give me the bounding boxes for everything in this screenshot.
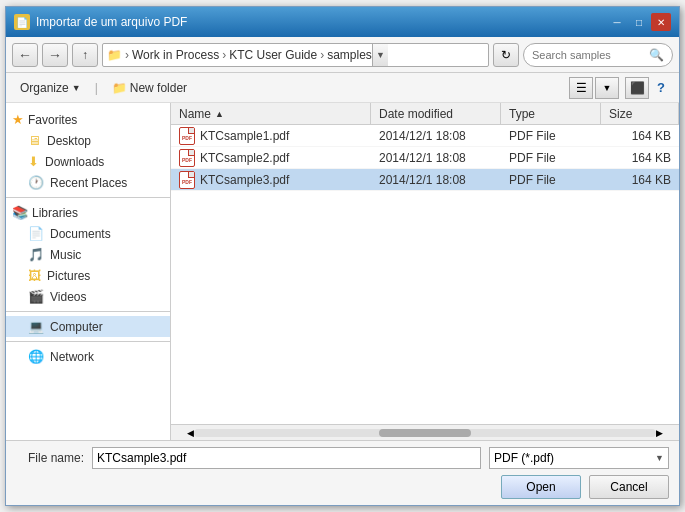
table-row[interactable]: PDF KTCsample3.pdf 2014/12/1 18:08 PDF F… <box>171 169 679 191</box>
organize-label: Organize <box>20 81 69 95</box>
cancel-button[interactable]: Cancel <box>589 475 669 499</box>
maximize-button[interactable]: □ <box>629 13 649 31</box>
sidebar-section-network: 🌐 Network <box>6 346 170 367</box>
scroll-right-button[interactable]: ▶ <box>656 428 663 438</box>
bottom-buttons: Open Cancel <box>16 475 669 499</box>
scrollbar-track[interactable] <box>194 429 656 437</box>
sidebar-section-computer: 💻 Computer <box>6 316 170 337</box>
back-icon: ← <box>18 47 32 63</box>
action-bar: Organize ▼ | 📁 New folder ☰ ▼ ⬛ ? <box>6 73 679 103</box>
scroll-left-button[interactable]: ◀ <box>187 428 194 438</box>
network-icon: 🌐 <box>28 349 44 364</box>
libraries-label: Libraries <box>32 206 78 220</box>
column-header-date[interactable]: Date modified <box>371 103 501 124</box>
new-folder-label: New folder <box>130 81 187 95</box>
dropdown-arrow-icon: ▼ <box>655 453 664 463</box>
computer-icon: 💻 <box>28 319 44 334</box>
file-list: PDF KTCsample1.pdf 2014/12/1 18:08 PDF F… <box>171 125 679 424</box>
pdf-icon: PDF <box>179 127 195 145</box>
file-date-cell: 2014/12/1 18:08 <box>371 149 501 167</box>
file-name: KTCsample3.pdf <box>200 173 289 187</box>
sidebar-item-downloads[interactable]: ⬇ Downloads <box>6 151 170 172</box>
dialog-window: 📄 Importar de um arquivo PDF ─ □ ✕ ← → ↑… <box>5 6 680 506</box>
sidebar-item-label: Desktop <box>47 134 91 148</box>
file-name-cell: PDF KTCsample3.pdf <box>171 169 371 191</box>
scrollbar-thumb[interactable] <box>379 429 471 437</box>
table-row[interactable]: PDF KTCsample2.pdf 2014/12/1 18:08 PDF F… <box>171 147 679 169</box>
file-name: KTCsample2.pdf <box>200 151 289 165</box>
downloads-icon: ⬇ <box>28 154 39 169</box>
breadcrumb-part2[interactable]: KTC User Guide <box>229 48 317 62</box>
file-type-cell: PDF File <box>501 149 601 167</box>
file-name-cell: PDF KTCsample2.pdf <box>171 147 371 169</box>
open-button[interactable]: Open <box>501 475 581 499</box>
file-type-cell: PDF File <box>501 127 601 145</box>
sidebar-item-label: Pictures <box>47 269 90 283</box>
sidebar-item-label: Computer <box>50 320 103 334</box>
sidebar-item-documents[interactable]: 📄 Documents <box>6 223 170 244</box>
sidebar-item-label: Documents <box>50 227 111 241</box>
pdf-icon: PDF <box>179 171 195 189</box>
close-button[interactable]: ✕ <box>651 13 671 31</box>
view-list-icon: ☰ <box>576 81 587 95</box>
help-button[interactable]: ? <box>651 78 671 98</box>
sidebar-libraries-header[interactable]: 📚 Libraries <box>6 202 170 223</box>
back-button[interactable]: ← <box>12 43 38 67</box>
column-header-size[interactable]: Size <box>601 103 679 124</box>
breadcrumb-icon: 📁 <box>107 48 122 62</box>
sidebar-item-network[interactable]: 🌐 Network <box>6 346 170 367</box>
sidebar-item-label: Downloads <box>45 155 104 169</box>
column-header-type[interactable]: Type <box>501 103 601 124</box>
view-button[interactable]: ☰ <box>569 77 593 99</box>
breadcrumb[interactable]: 📁 › Work in Process › KTC User Guide › s… <box>102 43 489 67</box>
sidebar-item-desktop[interactable]: 🖥 Desktop <box>6 130 170 151</box>
dialog-icon: 📄 <box>14 14 30 30</box>
new-folder-icon: 📁 <box>112 81 127 95</box>
breadcrumb-part3[interactable]: samples <box>327 48 372 62</box>
filetype-dropdown[interactable]: PDF (*.pdf) ▼ <box>489 447 669 469</box>
forward-icon: → <box>48 47 62 63</box>
sidebar-item-music[interactable]: 🎵 Music <box>6 244 170 265</box>
sidebar-item-pictures[interactable]: 🖼 Pictures <box>6 265 170 286</box>
horizontal-scrollbar[interactable]: ◀ ▶ <box>171 424 679 440</box>
file-name-cell: PDF KTCsample1.pdf <box>171 125 371 147</box>
refresh-button[interactable]: ↻ <box>493 43 519 67</box>
table-row[interactable]: PDF KTCsample1.pdf 2014/12/1 18:08 PDF F… <box>171 125 679 147</box>
file-size-cell: 164 KB <box>601 149 679 167</box>
sidebar-item-computer[interactable]: 💻 Computer <box>6 316 170 337</box>
preview-button[interactable]: ⬛ <box>625 77 649 99</box>
search-box: 🔍 <box>523 43 673 67</box>
organize-dropdown-icon: ▼ <box>72 83 81 93</box>
sidebar: ★ Favorites 🖥 Desktop ⬇ Downloads 🕐 Rece… <box>6 103 171 440</box>
pdf-icon: PDF <box>179 149 195 167</box>
sidebar-divider-2 <box>6 311 170 312</box>
sidebar-item-recent-places[interactable]: 🕐 Recent Places <box>6 172 170 193</box>
main-content: ★ Favorites 🖥 Desktop ⬇ Downloads 🕐 Rece… <box>6 103 679 440</box>
sidebar-item-label: Recent Places <box>50 176 127 190</box>
toolbar: ← → ↑ 📁 › Work in Process › KTC User Gui… <box>6 37 679 73</box>
new-folder-button[interactable]: 📁 New folder <box>106 79 193 97</box>
library-icon: 📚 <box>12 205 28 220</box>
column-header-name[interactable]: Name ▲ <box>171 103 371 124</box>
organize-button[interactable]: Organize ▼ <box>14 79 87 97</box>
file-size-cell: 164 KB <box>601 171 679 189</box>
view-dropdown-button[interactable]: ▼ <box>595 77 619 99</box>
filename-input[interactable] <box>92 447 481 469</box>
file-date-cell: 2014/12/1 18:08 <box>371 127 501 145</box>
up-button[interactable]: ↑ <box>72 43 98 67</box>
favorites-label: Favorites <box>28 113 77 127</box>
sidebar-favorites-header[interactable]: ★ Favorites <box>6 109 170 130</box>
breadcrumb-dropdown[interactable]: ▼ <box>372 44 388 66</box>
file-size-cell: 164 KB <box>601 127 679 145</box>
music-icon: 🎵 <box>28 247 44 262</box>
star-icon: ★ <box>12 112 24 127</box>
minimize-button[interactable]: ─ <box>607 13 627 31</box>
search-input[interactable] <box>532 49 645 61</box>
filename-row: File name: PDF (*.pdf) ▼ <box>16 447 669 469</box>
sidebar-item-label: Videos <box>50 290 86 304</box>
sort-icon: ▲ <box>215 109 224 119</box>
sidebar-divider-3 <box>6 341 170 342</box>
forward-button[interactable]: → <box>42 43 68 67</box>
sidebar-item-videos[interactable]: 🎬 Videos <box>6 286 170 307</box>
breadcrumb-part1[interactable]: Work in Process <box>132 48 219 62</box>
